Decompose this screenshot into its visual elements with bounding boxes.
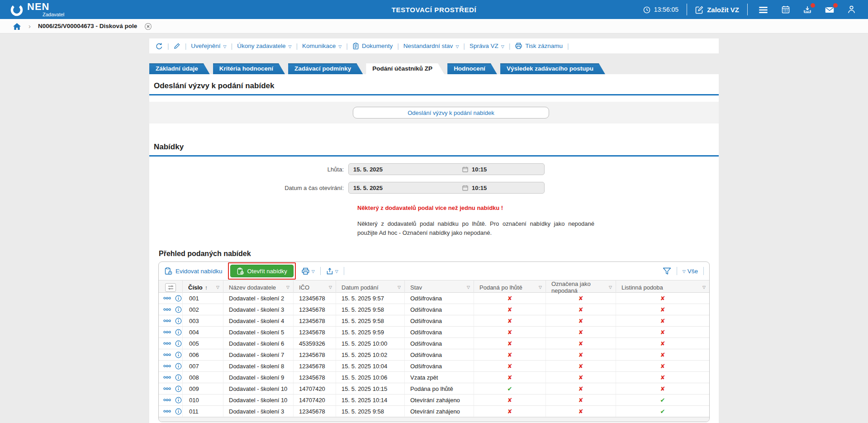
tab-vysledek-zadavaciho-postupu[interactable]: Výsledek zadávacího postupu bbox=[500, 63, 605, 74]
toolbar-item-komunikace[interactable]: Komunikace▽ bbox=[302, 43, 342, 49]
row-menu-icon[interactable] bbox=[163, 331, 171, 333]
grid-toolbar: Evidovat nabídku Otevřít nabídky ▽ bbox=[159, 262, 709, 280]
toolbar-item-sprava-vz[interactable]: Správa VZ▽ bbox=[470, 43, 504, 49]
row-actions-cell bbox=[159, 383, 183, 394]
row-menu-icon[interactable] bbox=[163, 308, 171, 311]
grid-title: Přehled podaných nabídek bbox=[159, 250, 719, 258]
notification-badge bbox=[833, 3, 838, 8]
home-button[interactable] bbox=[13, 22, 21, 30]
vse-filter-button[interactable]: ▽ Vše bbox=[683, 268, 698, 275]
chevron-down-icon: ▽ bbox=[455, 44, 459, 49]
calendar-button[interactable] bbox=[779, 5, 792, 14]
filter-button[interactable] bbox=[663, 267, 671, 275]
filter-caret-icon[interactable]: ▽ bbox=[398, 285, 401, 290]
filter-caret-icon[interactable]: ▽ bbox=[286, 285, 289, 290]
separator bbox=[747, 4, 748, 15]
row-menu-icon[interactable] bbox=[163, 353, 171, 356]
info-icon[interactable] bbox=[175, 295, 182, 302]
column-header-nazev-dodavatele[interactable]: Název dodavatele▽ bbox=[223, 280, 294, 294]
filter-caret-icon[interactable]: ▽ bbox=[216, 285, 219, 290]
calendar-icon bbox=[782, 5, 790, 14]
row-actions-cell bbox=[159, 304, 183, 315]
messages-button[interactable] bbox=[822, 5, 837, 14]
info-icon[interactable] bbox=[175, 397, 182, 404]
filter-caret-icon[interactable]: ▽ bbox=[539, 285, 542, 290]
row-menu-icon[interactable] bbox=[163, 410, 171, 413]
info-icon[interactable] bbox=[175, 374, 182, 381]
filter-caret-icon[interactable]: ▽ bbox=[609, 285, 612, 290]
column-header-label: Označena jako nepodaná bbox=[551, 280, 609, 294]
cell-oznacena-jako-nepodana: ✘ bbox=[546, 338, 616, 349]
toolbar-item-pencil[interactable] bbox=[174, 43, 180, 50]
zalozit-vz-button[interactable]: Založit VZ bbox=[695, 5, 739, 14]
column-header-cislo[interactable]: Číslo↑▽ bbox=[183, 280, 223, 294]
profile-button[interactable] bbox=[845, 5, 858, 14]
info-icon[interactable] bbox=[175, 306, 182, 313]
tab-hodnoceni[interactable]: Hodnocení bbox=[447, 63, 497, 74]
info-icon[interactable] bbox=[175, 352, 182, 358]
filter-caret-icon[interactable]: ▽ bbox=[702, 285, 706, 290]
cell-nazev-dodavatele: Dodavatel - školení 6 bbox=[223, 338, 294, 349]
toolbar-item-tisk-zaznamu[interactable]: Tisk záznamu bbox=[515, 42, 563, 50]
cross-icon: ✘ bbox=[579, 363, 583, 370]
cell-podana-po-lhute: ✘ bbox=[474, 304, 546, 315]
tab-podani-ucastniku-zp[interactable]: Podání účastníků ZP bbox=[366, 63, 444, 74]
column-header-oznacena-jako-nepodana[interactable]: Označena jako nepodaná▽ bbox=[546, 280, 616, 294]
separator: | bbox=[167, 43, 169, 50]
column-header-stav[interactable]: Stav▽ bbox=[405, 280, 474, 294]
menu-button[interactable] bbox=[756, 5, 771, 14]
row-menu-icon[interactable] bbox=[163, 387, 171, 390]
column-header-datum-podani[interactable]: Datum podání▽ bbox=[336, 280, 405, 294]
info-icon[interactable] bbox=[175, 318, 182, 324]
print-menu-button[interactable]: ▽ bbox=[301, 267, 315, 276]
column-header-ico[interactable]: IČO▽ bbox=[294, 280, 336, 294]
info-icon[interactable] bbox=[175, 385, 182, 392]
evidovat-nabidku-button[interactable]: Evidovat nabídku bbox=[164, 267, 223, 275]
column-settings-button[interactable] bbox=[159, 280, 183, 294]
toolbar-item-dokumenty[interactable]: Dokumenty bbox=[352, 42, 393, 49]
row-menu-icon[interactable] bbox=[163, 365, 171, 367]
downloads-button[interactable] bbox=[801, 5, 814, 14]
cell-cislo: 002 bbox=[183, 304, 223, 315]
cell-listinna-podoba: ✘ bbox=[616, 361, 709, 371]
tab-zakladni-udaje[interactable]: Základní údaje bbox=[149, 63, 210, 74]
column-header-label: Název dodavatele bbox=[229, 284, 276, 291]
filter-caret-icon[interactable]: ▽ bbox=[329, 285, 332, 290]
cell-nazev-dodavatele: Dodavatel - školení 7 bbox=[223, 349, 294, 360]
column-header-label: Listinná podoba bbox=[621, 284, 663, 291]
toolbar-item-refresh[interactable] bbox=[156, 42, 163, 49]
cell-nazev-dodavatele: Dodavatel - školení 5 bbox=[223, 327, 294, 337]
tabstrip: Základní údajeKritéria hodnoceníZadávací… bbox=[149, 63, 719, 74]
server-time: 13:56:05 bbox=[643, 5, 679, 13]
column-header-podana-po-lhute[interactable]: Podaná po lhůtě▽ bbox=[474, 280, 546, 294]
info-icon[interactable] bbox=[175, 340, 182, 347]
tab-kriteria-hodnoceni[interactable]: Kritéria hodnocení bbox=[213, 63, 285, 74]
cross-icon: ✘ bbox=[508, 363, 512, 370]
cell-ico: 12345678 bbox=[294, 372, 336, 383]
odeslani-vyzvy-button[interactable]: Odeslání výzvy k podání nabídek bbox=[353, 107, 549, 119]
close-record-button[interactable] bbox=[144, 22, 152, 30]
toolbar-item-nestandardni-stav[interactable]: Nestandardní stav▽ bbox=[403, 43, 459, 49]
filter-caret-icon[interactable]: ▽ bbox=[467, 285, 470, 290]
toolbar-item-uverejneni[interactable]: Uveřejnění▽ bbox=[191, 43, 226, 49]
info-icon[interactable] bbox=[175, 329, 182, 336]
column-header-listinna-podoba[interactable]: Listinná podoba▽ bbox=[616, 280, 709, 294]
info-icon[interactable] bbox=[175, 408, 182, 415]
nen-logo[interactable]: NEN Zadavatel bbox=[10, 2, 64, 17]
cell-datum-podani: 15. 5. 2025 10:04 bbox=[336, 361, 405, 371]
tab-zadavaci-podminky[interactable]: Zadávací podmínky bbox=[288, 63, 363, 74]
row-menu-icon[interactable] bbox=[163, 376, 171, 379]
info-icon[interactable] bbox=[175, 363, 182, 370]
row-menu-icon[interactable] bbox=[163, 297, 171, 299]
otevirani-input[interactable]: 15. 5. 2025 10:15 bbox=[348, 182, 545, 194]
otevrit-nabidky-button[interactable]: Otevřít nabídky bbox=[230, 265, 294, 277]
lhuta-input[interactable]: 15. 5. 2025 10:15 bbox=[348, 163, 545, 175]
toolbar-item-ukony-zadavatele[interactable]: Úkony zadavatele▽ bbox=[237, 43, 291, 49]
section-divider bbox=[149, 94, 719, 95]
row-menu-icon[interactable] bbox=[163, 399, 171, 401]
row-menu-icon[interactable] bbox=[163, 319, 171, 322]
export-menu-button[interactable]: ▽ bbox=[326, 267, 338, 275]
cell-listinna-podoba: ✘ bbox=[616, 349, 709, 360]
cell-datum-podani: 15. 5. 2025 10:00 bbox=[336, 338, 405, 349]
row-menu-icon[interactable] bbox=[163, 342, 171, 345]
